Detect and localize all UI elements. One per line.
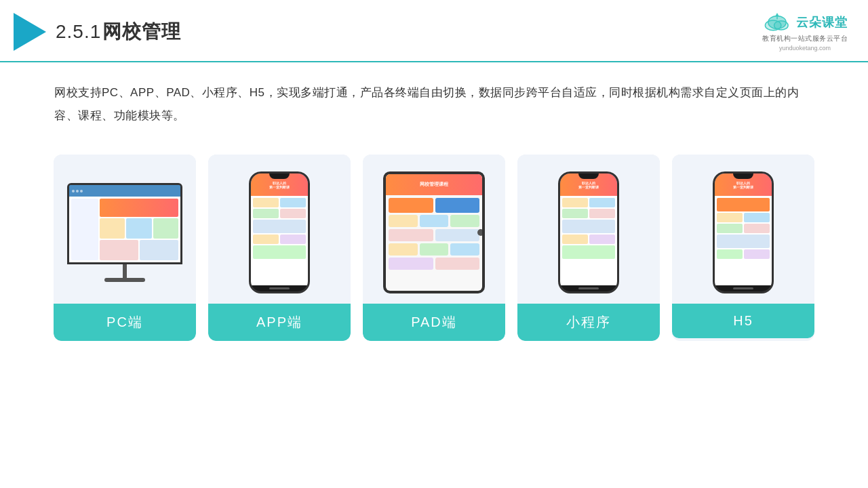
platform-cards: PC端 职达人的第一堂判断课	[0, 134, 868, 341]
card-pad: 网校管理课程	[363, 155, 505, 341]
card-pad-image: 网校管理课程	[363, 155, 505, 304]
card-pc-image	[54, 155, 196, 304]
page-header: 2.5.1网校管理 云朵课堂 教育机构一站式服务云平台 yunduoketang…	[0, 0, 868, 62]
miniprogram-phone-icon: 职达人的第一堂判断课	[558, 171, 619, 293]
card-pad-label: PAD端	[363, 304, 505, 341]
card-app: 职达人的第一堂判断课	[208, 155, 351, 341]
card-pc: PC端	[54, 155, 196, 341]
triangle-logo-icon	[14, 13, 46, 51]
pc-monitor-icon	[67, 183, 182, 282]
app-phone-icon: 职达人的第一堂判断课	[249, 171, 310, 293]
card-h5: 职达人的第一堂判断课	[672, 155, 814, 341]
card-h5-label: H5	[672, 304, 814, 338]
cloud-logo-container: 云朵课堂	[762, 12, 848, 33]
title-text: 网校管理	[102, 21, 181, 42]
card-pc-label: PC端	[54, 304, 196, 341]
page-description: 网校支持PC、APP、PAD、小程序、H5，实现多端打通，产品各终端自由切换，数…	[0, 62, 868, 134]
pad-tablet-icon: 网校管理课程	[383, 171, 485, 293]
h5-phone-icon: 职达人的第一堂判断课	[713, 171, 774, 293]
header-left: 2.5.1网校管理	[14, 13, 181, 51]
title-number: 2.5.1	[56, 21, 101, 42]
brand-name: 云朵课堂	[796, 14, 848, 30]
card-miniprogram: 职达人的第一堂判断课	[517, 155, 660, 341]
card-app-label: APP端	[208, 304, 351, 341]
svg-marker-7	[775, 13, 779, 16]
cloud-icon	[762, 12, 792, 33]
brand-url: yunduoketang.com	[779, 45, 831, 52]
card-h5-image: 职达人的第一堂判断课	[672, 155, 814, 304]
description-text: 网校支持PC、APP、PAD、小程序、H5，实现多端打通，产品各终端自由切换，数…	[54, 81, 814, 127]
brand-logo: 云朵课堂 教育机构一站式服务云平台 yunduoketang.com	[762, 12, 848, 52]
page-title: 2.5.1网校管理	[56, 19, 181, 45]
brand-tagline: 教育机构一站式服务云平台	[762, 34, 848, 43]
card-miniprogram-label: 小程序	[517, 304, 660, 341]
card-miniprogram-image: 职达人的第一堂判断课	[517, 155, 660, 304]
card-app-image: 职达人的第一堂判断课	[208, 155, 351, 304]
